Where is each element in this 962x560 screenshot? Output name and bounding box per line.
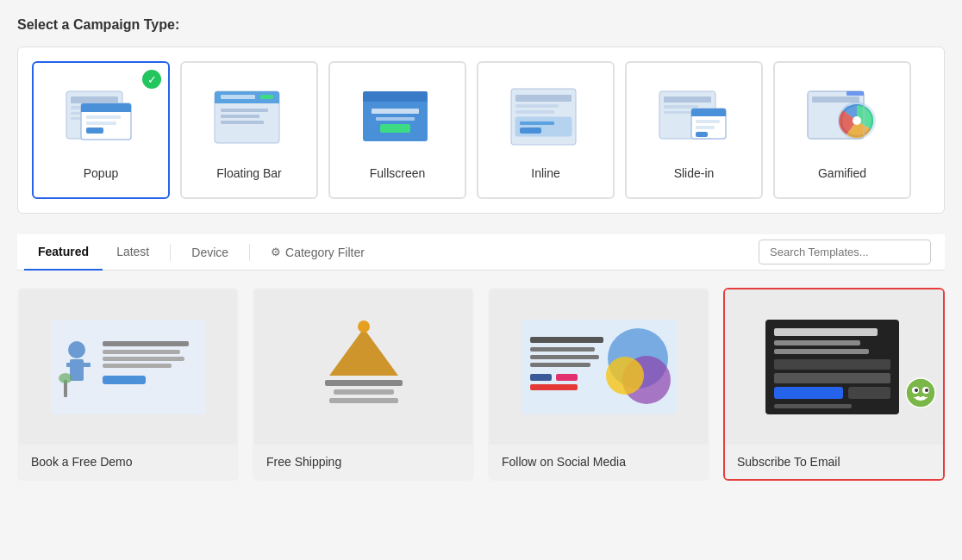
svg-rect-93 <box>921 396 925 400</box>
filter-divider <box>170 244 171 261</box>
campaign-card-slide-in[interactable]: Slide-in <box>625 61 763 199</box>
svg-rect-33 <box>664 96 711 103</box>
svg-rect-74 <box>530 363 590 367</box>
svg-rect-64 <box>325 380 403 386</box>
svg-rect-81 <box>774 349 869 354</box>
svg-rect-54 <box>103 341 189 346</box>
template-card-free-shipping[interactable]: Free Shipping <box>253 288 474 481</box>
svg-rect-28 <box>515 110 554 114</box>
svg-point-60 <box>59 373 72 383</box>
svg-rect-71 <box>530 337 603 343</box>
campaign-card-fullscreen[interactable]: Fullscreen <box>328 61 466 199</box>
svg-rect-23 <box>376 117 415 121</box>
filter-tabs: Featured Latest Device ⚙ Category Filter <box>24 234 759 270</box>
template-card-book-demo[interactable]: Book a Free Demo <box>17 288 239 481</box>
campaign-card-label: Fullscreen <box>370 166 426 180</box>
tab-featured[interactable]: Featured <box>24 234 103 271</box>
campaign-type-selector: ✓ Popup <box>17 47 945 214</box>
template-preview-subscribe-email <box>725 289 943 445</box>
template-name: Book a Free Demo <box>19 445 237 479</box>
template-name: Subscribe To Email <box>725 445 943 479</box>
svg-point-70 <box>606 357 644 395</box>
svg-rect-1 <box>71 96 118 103</box>
campaign-card-label: Gamified <box>818 166 866 180</box>
svg-rect-84 <box>774 387 843 399</box>
svg-rect-13 <box>215 101 279 103</box>
tab-device[interactable]: Device <box>178 235 242 270</box>
template-preview-social-media <box>490 289 708 445</box>
svg-point-63 <box>358 320 370 333</box>
svg-rect-14 <box>221 95 255 99</box>
templates-grid: Book a Free Demo Free Shipping <box>17 288 945 481</box>
svg-rect-10 <box>86 128 103 134</box>
svg-rect-82 <box>774 359 890 370</box>
fullscreen-icon <box>359 80 436 158</box>
inline-icon <box>507 80 584 158</box>
svg-point-91 <box>925 389 928 392</box>
svg-rect-40 <box>696 126 715 129</box>
search-box <box>759 240 931 264</box>
template-card-social-media[interactable]: Follow on Social Media <box>488 288 709 481</box>
svg-rect-26 <box>515 95 572 102</box>
svg-rect-18 <box>221 121 264 124</box>
gamified-icon <box>803 80 881 158</box>
template-name: Follow on Social Media <box>490 445 708 479</box>
svg-rect-22 <box>372 109 419 114</box>
svg-rect-21 <box>363 99 428 102</box>
svg-rect-76 <box>556 374 578 381</box>
svg-rect-57 <box>103 364 172 368</box>
svg-rect-55 <box>103 350 180 354</box>
filter-divider2 <box>249 244 250 261</box>
svg-rect-85 <box>848 387 890 399</box>
svg-rect-53 <box>82 363 91 367</box>
category-filter-label: Category Filter <box>285 246 365 259</box>
campaign-card-label: Slide-in <box>674 166 715 180</box>
svg-rect-41 <box>696 132 708 137</box>
template-card-subscribe-email[interactable]: Subscribe To Email <box>723 288 945 481</box>
svg-rect-92 <box>916 396 920 400</box>
floating-bar-icon <box>210 80 288 158</box>
svg-rect-15 <box>260 95 273 99</box>
selected-check-badge: ✓ <box>142 70 161 89</box>
campaign-card-floating-bar[interactable]: Floating Bar <box>180 61 318 199</box>
svg-rect-56 <box>103 357 184 361</box>
template-name: Free Shipping <box>254 445 472 479</box>
svg-rect-72 <box>530 347 595 352</box>
filter-row: Featured Latest Device ⚙ Category Filter <box>17 234 945 271</box>
svg-rect-77 <box>530 384 578 390</box>
svg-rect-66 <box>329 398 398 403</box>
svg-rect-48 <box>846 91 864 96</box>
template-preview-free-shipping <box>254 289 472 445</box>
svg-rect-38 <box>691 114 726 116</box>
template-preview-book-demo <box>19 289 237 445</box>
svg-point-50 <box>68 341 85 358</box>
svg-rect-27 <box>515 104 559 108</box>
popup-icon <box>62 80 140 158</box>
svg-rect-30 <box>520 121 554 125</box>
svg-rect-58 <box>103 376 146 384</box>
campaign-card-inline[interactable]: Inline <box>477 61 615 199</box>
campaign-card-label: Floating Bar <box>216 166 281 180</box>
svg-point-46 <box>853 116 861 125</box>
svg-rect-24 <box>380 124 410 133</box>
campaign-card-popup[interactable]: ✓ Popup <box>32 61 170 199</box>
svg-rect-65 <box>334 389 394 395</box>
svg-rect-52 <box>66 363 75 367</box>
svg-rect-8 <box>86 115 121 119</box>
svg-rect-39 <box>696 120 720 123</box>
svg-rect-79 <box>774 328 878 336</box>
svg-rect-80 <box>774 340 860 345</box>
svg-rect-9 <box>86 121 116 125</box>
campaign-card-gamified[interactable]: Gamified <box>773 61 911 199</box>
tab-latest[interactable]: Latest <box>103 234 163 271</box>
svg-point-87 <box>906 378 935 408</box>
svg-rect-43 <box>812 96 859 103</box>
svg-rect-16 <box>221 109 268 112</box>
campaign-card-label: Popup <box>84 166 118 180</box>
slide-in-icon <box>655 80 733 158</box>
svg-rect-31 <box>520 128 541 134</box>
svg-point-90 <box>915 389 918 392</box>
gear-icon: ⚙ <box>271 246 281 258</box>
category-filter[interactable]: ⚙ Category Filter <box>257 235 378 270</box>
search-input[interactable] <box>759 240 931 264</box>
